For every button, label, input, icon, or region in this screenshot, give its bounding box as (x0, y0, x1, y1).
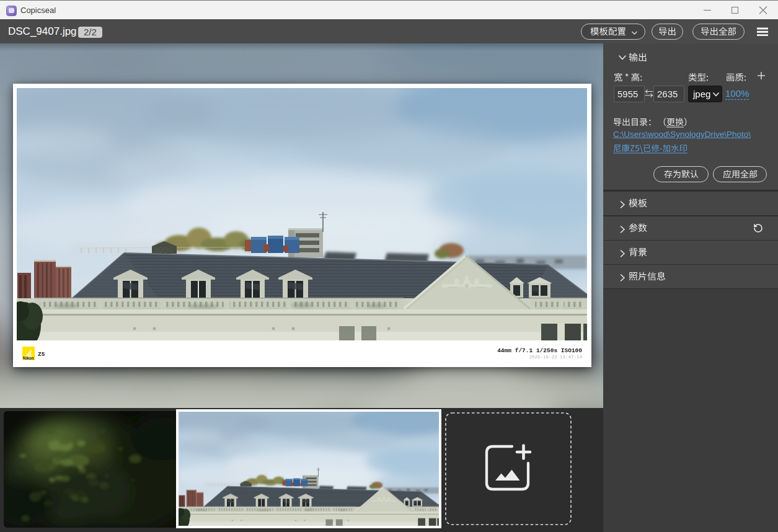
svg-text:Nikon: Nikon (23, 356, 34, 360)
